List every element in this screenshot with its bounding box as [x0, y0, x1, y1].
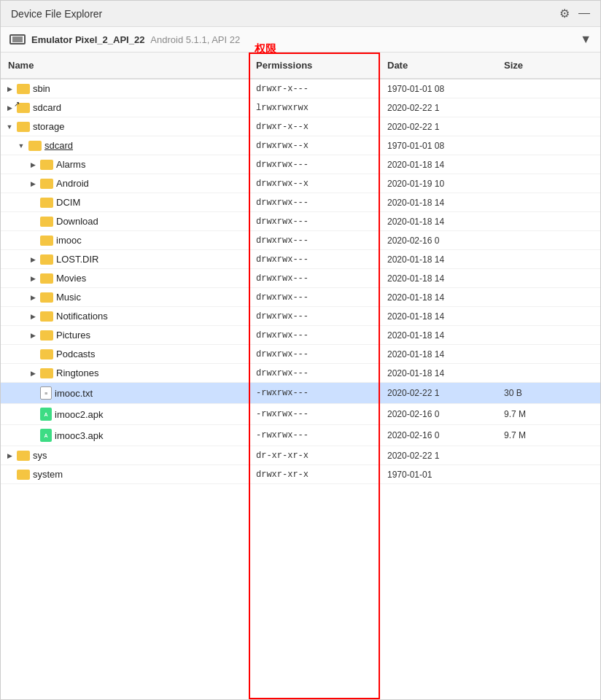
table-row[interactable]: Podcastsdrwxrwx---2020-01-18 14: [1, 345, 600, 364]
chevron-icon[interactable]: ▼: [5, 122, 14, 131]
folder-icon: [40, 311, 53, 322]
date-cell: 1970-01-01 08: [380, 137, 497, 155]
date-cell: 2020-01-19 10: [380, 175, 497, 192]
permissions-cell: drwxrwx---: [249, 327, 380, 344]
chevron-icon: [5, 470, 14, 479]
table-row[interactable]: ▼sdcarddrwxrwx--x1970-01-01 08: [1, 136, 600, 155]
name-cell: Podcasts: [1, 345, 249, 363]
folder-icon: [40, 273, 53, 284]
folder-icon: [40, 236, 53, 246]
name-cell: ▼storage: [1, 117, 249, 136]
chevron-icon: [28, 431, 37, 440]
col-name: Name: [1, 55, 249, 75]
chevron-icon[interactable]: ▶: [5, 104, 14, 112]
date-cell: 2020-01-18 14: [380, 289, 497, 306]
chevron-icon[interactable]: ▶: [5, 85, 14, 93]
col-permissions: 权限 Permissions: [249, 55, 380, 75]
permissions-cell: drwxr-xr-x: [249, 466, 380, 483]
table-row[interactable]: Downloaddrwxrwx---2020-01-18 14: [1, 212, 600, 231]
folder-icon: [40, 217, 53, 227]
chevron-icon: [28, 350, 37, 359]
chevron-icon[interactable]: ▶: [28, 274, 37, 283]
name-cell: Aimooc2.apk: [1, 404, 249, 424]
col-date: Date: [380, 55, 497, 75]
permissions-cell: drwxrwx---: [249, 251, 380, 268]
table-row[interactable]: ▶Androiddrwxrwx--x2020-01-19 10: [1, 174, 600, 193]
item-name: sdcard: [44, 140, 73, 151]
item-name: sdcard: [33, 102, 61, 113]
size-cell: [497, 237, 555, 244]
table-row[interactable]: ▶LOST.DIRdrwxrwx---2020-01-18 14: [1, 250, 600, 269]
chevron-icon[interactable]: ▶: [28, 331, 37, 340]
chevron-icon[interactable]: ▶: [28, 293, 37, 302]
item-name: system: [33, 469, 63, 480]
name-cell: ▶Music: [1, 288, 249, 306]
name-cell: system: [1, 465, 249, 483]
folder-icon: [40, 198, 53, 208]
size-cell: [497, 256, 555, 263]
table-row[interactable]: systemdrwxr-xr-x1970-01-01: [1, 465, 600, 484]
permissions-cell: drwxrwx---: [249, 156, 380, 174]
table-row[interactable]: ▶↗sdcardlrwxrwxrwx2020-02-22 1: [1, 98, 600, 117]
size-cell: [497, 142, 555, 149]
permissions-col-label: Permissions: [256, 60, 312, 71]
chevron-icon[interactable]: ▶: [28, 179, 37, 188]
permissions-cell: -rwxrwx---: [249, 427, 380, 444]
table-row[interactable]: imoocdrwxrwx---2020-02-16 0: [1, 231, 600, 250]
table-row[interactable]: ▶Alarmsdrwxrwx---2020-01-18 14: [1, 155, 600, 174]
table-row[interactable]: ▶Ringtonesdrwxrwx---2020-01-18 14: [1, 364, 600, 383]
date-cell: 2020-02-16 0: [380, 427, 497, 444]
name-cell: DCIM: [1, 193, 249, 211]
table-row[interactable]: ▶sbindrwxr-x---1970-01-01 08: [1, 79, 600, 98]
folder-icon: [40, 292, 53, 303]
device-dropdown-icon[interactable]: ▼: [580, 33, 592, 46]
name-cell: Download: [1, 212, 249, 230]
window-title: Device File Explorer: [11, 8, 102, 20]
date-cell: 2020-02-22 1: [380, 447, 497, 464]
table-row[interactable]: ▶Moviesdrwxrwx---2020-01-18 14: [1, 269, 600, 288]
chevron-icon[interactable]: ▶: [28, 312, 37, 321]
col-size: Size: [497, 55, 555, 75]
chevron-icon[interactable]: ▶: [5, 451, 14, 460]
date-cell: 2020-02-22 1: [380, 99, 497, 117]
name-cell: Aimooc3.apk: [1, 425, 249, 446]
permissions-cell: drwxrwx---: [249, 346, 380, 363]
chinese-label: 权限: [255, 42, 276, 56]
name-cell: ▶Android: [1, 174, 249, 192]
table-row[interactable]: ▶Picturesdrwxrwx---2020-01-18 14: [1, 326, 600, 345]
item-name: sbin: [33, 83, 50, 94]
size-cell: 9.7 M: [497, 427, 555, 444]
table-row[interactable]: DCIMdrwxrwx---2020-01-18 14: [1, 193, 600, 212]
date-cell: 1970-01-01 08: [380, 80, 497, 98]
chevron-icon[interactable]: ▶: [28, 160, 37, 169]
settings-icon[interactable]: ⚙: [559, 7, 570, 20]
item-name: Alarms: [56, 159, 85, 170]
folder-icon: [17, 470, 30, 480]
date-cell: 2020-01-18 14: [380, 308, 497, 325]
chevron-icon: [28, 410, 37, 419]
item-name: Movies: [56, 273, 86, 284]
name-cell: ▼sdcard: [1, 136, 249, 155]
permissions-cell: drwxr-x--x: [249, 118, 380, 136]
table-row[interactable]: ≡imooc.txt-rwxrwx---2020-02-22 130 B: [1, 383, 600, 404]
table-row[interactable]: ▶sysdr-xr-xr-x2020-02-22 1: [1, 446, 600, 465]
folder-icon: ↗: [17, 103, 30, 113]
size-cell: [497, 452, 555, 459]
permissions-cell: drwxrwx---: [249, 270, 380, 287]
permissions-cell: drwxrwx---: [249, 232, 380, 249]
name-cell: ▶Movies: [1, 269, 249, 287]
device-bar: Emulator Pixel_2_API_22 Android 5.1.1, A…: [1, 27, 600, 52]
table-row[interactable]: ▶Musicdrwxrwx---2020-01-18 14: [1, 288, 600, 307]
table-row[interactable]: Aimooc3.apk-rwxrwx---2020-02-16 09.7 M: [1, 425, 600, 446]
size-cell: [497, 370, 555, 377]
minimize-icon[interactable]: —: [578, 7, 590, 20]
size-cell: [497, 471, 555, 478]
table-row[interactable]: Aimooc2.apk-rwxrwx---2020-02-16 09.7 M: [1, 404, 600, 425]
chevron-icon[interactable]: ▶: [28, 369, 37, 378]
table-row[interactable]: ▶Notificationsdrwxrwx---2020-01-18 14: [1, 307, 600, 326]
table-header: Name 权限 Permissions Date Size: [1, 52, 600, 79]
chevron-icon[interactable]: ▼: [17, 141, 26, 150]
folder-icon: [40, 179, 53, 189]
table-row[interactable]: ▼storagedrwxr-x--x2020-02-22 1: [1, 117, 600, 136]
chevron-icon[interactable]: ▶: [28, 255, 37, 264]
